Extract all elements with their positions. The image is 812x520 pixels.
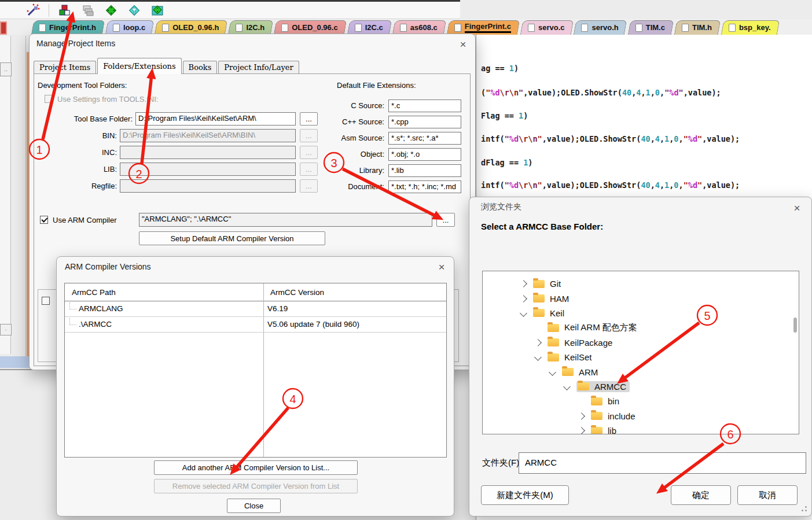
tab-label: OLED_0.96.c [292, 23, 338, 32]
tree-item-ham[interactable]: HAM [483, 291, 799, 305]
dialog-tab-folders-extensions[interactable]: Folders/Extensions [97, 58, 181, 74]
tree-item-armcc[interactable]: ARMCC [483, 379, 799, 394]
file-tab-tim-c[interactable]: TIM.c [629, 20, 673, 35]
file-tab-fingerprint-c[interactable]: FingerPrint.c [448, 20, 519, 35]
cancel-button[interactable]: 取消 [737, 485, 798, 505]
folder-icon [548, 353, 559, 362]
pane-mini-button-2[interactable]: · [0, 324, 12, 335]
extension-row-label: Object: [289, 150, 384, 158]
arm-compiler-versions-dialog: ARM Compiler Versions ArmCC Path ArmCC V… [56, 256, 454, 517]
pane-mini-button[interactable]: ‥ [0, 62, 12, 76]
filter-diamond-icon[interactable] [127, 3, 142, 18]
dialog-tab-strip: Project ItemsFolders/ExtensionsBooksProj… [34, 57, 300, 74]
tab-label: TIM.c [646, 23, 665, 32]
folder-path-field[interactable] [120, 163, 296, 176]
document-icon [162, 24, 169, 32]
extension-value-field[interactable]: *.cpp [388, 116, 461, 128]
tree-item-keil[interactable]: Keil [483, 306, 799, 320]
file-tab-loop-c[interactable]: loop.c [106, 20, 153, 35]
extension-value-field[interactable]: *.obj; *.o [388, 148, 461, 161]
compiler-version-row[interactable]: ARMCLANGV6.19 [65, 301, 446, 316]
new-folder-button[interactable]: 新建文件夹(M) [481, 485, 569, 505]
extension-value-field[interactable]: *.txt; *.h; *.inc; *.md [388, 180, 461, 193]
file-tab-oled-0-96-h[interactable]: OLED_0.96.h [156, 20, 226, 35]
file-tab-fingerprint-h[interactable]: FingerPrint.h [32, 20, 104, 35]
file-tab-bsp-key-[interactable]: bsp_key. [722, 20, 778, 35]
tools-ini-checkbox[interactable] [45, 95, 53, 103]
tree-item-include[interactable]: include [483, 409, 799, 423]
use-arm-compiler-checkbox[interactable] [40, 216, 48, 224]
tree-item-keil-arm-[interactable]: Keil ARM 配色方案 [483, 320, 799, 335]
armcc-version-cell: V5.06 update 7 (build 960) [267, 320, 359, 329]
document-icon [528, 24, 535, 32]
tree-item-bin[interactable]: bin [483, 394, 799, 408]
folder-tree[interactable]: GitHAMKeilKeil ARM 配色方案KeilPackageKeilSe… [482, 271, 799, 434]
options-wand-icon[interactable] [25, 3, 41, 18]
setup-default-arm-compiler-button[interactable]: Setup Default ARM Compiler Version [139, 231, 325, 245]
tree-item-label: HAM [550, 294, 569, 304]
arm-compiler-value-field[interactable]: "ARMCLANG"; ".\ARMCC" [139, 213, 432, 227]
dialog-tab-project-info-layer[interactable]: Project Info/Layer [218, 61, 299, 74]
file-tab-oled-0-96-c[interactable]: OLED_0.96.c [275, 20, 346, 35]
run-time-environment-icon[interactable] [104, 3, 119, 18]
manage-project-items-icon[interactable] [57, 3, 72, 18]
armcc-path-cell: .\ARMCC [79, 320, 112, 329]
file-tab-tim-h[interactable]: TIM.h [675, 20, 719, 35]
ok-button[interactable]: 确定 [671, 485, 731, 505]
chevron-right-icon[interactable] [520, 280, 527, 287]
remove-compiler-version-button[interactable]: Remove selected ARM Compiler Version fro… [154, 479, 358, 493]
chevron-down-icon[interactable] [549, 368, 556, 376]
tree-scrollbar-thumb[interactable] [793, 318, 797, 333]
copy-folders-icon[interactable] [80, 3, 95, 18]
row-divider [65, 332, 446, 333]
compiler-version-row[interactable]: .\ARMCCV5.06 update 7 (build 960) [65, 316, 446, 332]
chevron-down-icon[interactable] [563, 383, 571, 390]
dialog-tab-project-items[interactable]: Project Items [34, 61, 96, 74]
chevron-right-icon[interactable] [578, 412, 585, 420]
chevron-right-icon[interactable] [520, 295, 527, 303]
close-button[interactable]: Close [227, 499, 281, 513]
folder-path-field[interactable] [120, 179, 296, 193]
compiler-versions-table[interactable]: ArmCC Path ArmCC Version ARMCLANGV6.19.\… [64, 283, 447, 458]
file-tab-as608-c[interactable]: as608.c [394, 20, 445, 35]
arm-compiler-browse-button[interactable]: ... [436, 213, 455, 227]
dialog-title: Manage Project Items [36, 39, 115, 48]
file-tab-i2c-c[interactable]: I2C.c [348, 20, 391, 35]
extension-value-field[interactable]: *.c [388, 99, 461, 112]
chevron-right-icon[interactable] [534, 339, 542, 346]
extensions-heading: Default File Extensions: [337, 81, 416, 90]
folder-path-field[interactable] [120, 146, 296, 159]
close-icon[interactable] [789, 201, 804, 216]
tab-label: servo.c [538, 23, 565, 32]
extension-row-label: Document: [289, 182, 384, 191]
document-icon [400, 24, 407, 32]
add-compiler-version-button[interactable]: Add another ARM Compiler Version to List… [154, 460, 358, 475]
folder-path-field[interactable]: D:\Program Files\Keil\KeilSet\ARM\BIN\ [120, 129, 296, 142]
extension-value-field[interactable]: *.s*; *.src; *.a* [388, 132, 461, 145]
tree-item-git[interactable]: Git [483, 276, 799, 291]
folder-path-field[interactable]: D:\Program Files\Keil\KeilSet\ARM\ [135, 112, 296, 126]
chevron-right-icon[interactable] [578, 427, 585, 434]
extension-row-label: C Source: [289, 101, 384, 110]
file-tab-servo-h[interactable]: servo.h [575, 20, 626, 35]
close-icon[interactable] [455, 37, 471, 52]
gcc-checkbox[interactable] [42, 297, 50, 305]
folder-row-label: Regfile: [46, 182, 117, 190]
pack-installer-icon[interactable] [150, 3, 165, 18]
tree-item-keilset[interactable]: KeilSet [483, 350, 799, 364]
chevron-down-icon[interactable] [534, 353, 542, 361]
code-line: dFlag == 1) [481, 158, 532, 167]
folder-name-input[interactable]: ARMCC [519, 452, 806, 474]
code-line: ag == 1) [481, 64, 519, 73]
close-icon[interactable] [434, 260, 449, 275]
folder-field-label: 文件夹(F): [482, 458, 521, 469]
resize-grip[interactable] [805, 510, 807, 511]
dialog-tab-books[interactable]: Books [183, 61, 218, 74]
extension-value-field[interactable]: *.lib [388, 164, 461, 177]
chevron-down-icon[interactable] [520, 309, 527, 317]
file-tab-i2c-h[interactable]: I2C.h [229, 20, 272, 35]
tree-item-arm[interactable]: ARM [483, 364, 799, 379]
file-tab-servo-c[interactable]: servo.c [521, 20, 572, 35]
tree-item-keilpackage[interactable]: KeilPackage [483, 335, 799, 350]
tree-item-lib[interactable]: lib [483, 423, 799, 434]
